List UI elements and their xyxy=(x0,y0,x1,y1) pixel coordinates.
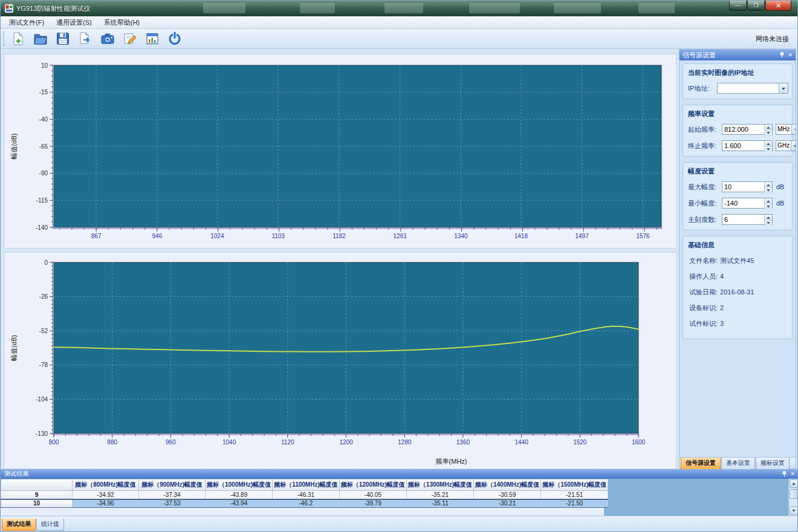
table-cell[interactable]: -43.94 xyxy=(206,499,273,508)
amplitude-group-title: 幅度设置 xyxy=(688,167,788,176)
tab-test-results[interactable]: 测试结果 xyxy=(2,519,36,531)
signal-panel-header: 信号源设置 ✕ xyxy=(680,50,796,60)
new-file-icon xyxy=(11,31,25,46)
menu-general-settings[interactable]: 通用设置(S) xyxy=(50,16,98,29)
spin-up-icon[interactable] xyxy=(765,125,772,131)
scroll-up-icon[interactable] xyxy=(790,479,798,488)
table-cell[interactable]: -46.2 xyxy=(273,499,340,508)
toolbar-grip[interactable] xyxy=(3,31,5,46)
row-number[interactable]: 10 xyxy=(1,499,73,508)
menu-test-file[interactable]: 测试文件(F) xyxy=(3,16,50,29)
edit-report-button[interactable] xyxy=(120,30,140,48)
start-frequency-input[interactable]: 812.000 xyxy=(722,124,773,135)
upper-chart: 10-15-40-65-90-115-140867946102411031182… xyxy=(4,54,677,249)
export-button[interactable] xyxy=(75,30,96,48)
power-button[interactable] xyxy=(164,30,185,48)
table-cell[interactable]: -34.96 xyxy=(73,499,139,508)
table-cell[interactable]: -37.53 xyxy=(139,499,206,508)
tab-basic-settings[interactable]: 基本设置 xyxy=(721,458,755,470)
minimize-button[interactable]: — xyxy=(729,1,747,11)
scrollbar-thumb[interactable] xyxy=(790,489,798,499)
report-window-button[interactable] xyxy=(142,30,163,48)
column-header[interactable]: 频标（900MHz)幅度值 xyxy=(139,479,206,491)
table-cell[interactable]: -35.21 xyxy=(406,491,473,499)
pin-icon[interactable] xyxy=(779,52,785,58)
save-button[interactable] xyxy=(53,30,73,48)
screenshot-button[interactable] xyxy=(97,30,118,48)
open-file-button[interactable] xyxy=(30,30,51,48)
table-cell[interactable]: -40.05 xyxy=(339,491,406,499)
chevron-down-icon[interactable] xyxy=(779,83,788,93)
spin-down-icon[interactable] xyxy=(765,188,772,193)
table-cell[interactable]: -37.34 xyxy=(139,491,206,499)
row-number[interactable]: 9 xyxy=(1,491,73,499)
scroll-down-icon[interactable] xyxy=(790,507,798,515)
table-cell[interactable]: -21.50 xyxy=(541,499,608,508)
tab-marker-settings[interactable]: 频标设置 xyxy=(756,458,790,470)
spin-down-icon[interactable] xyxy=(765,131,772,136)
svg-text:1600: 1600 xyxy=(632,439,646,446)
new-file-button[interactable] xyxy=(8,30,28,48)
table-cell[interactable]: -21.51 xyxy=(541,491,608,499)
spin-up-icon[interactable] xyxy=(765,198,772,204)
close-icon[interactable]: ✕ xyxy=(790,471,795,477)
column-header[interactable]: 频标（1400MHz)幅度值 xyxy=(474,479,541,491)
column-header[interactable]: 频标（1000MHz)幅度值 xyxy=(206,479,273,491)
camera-icon xyxy=(100,31,115,46)
spin-up-icon[interactable] xyxy=(765,141,772,147)
min-amplitude-input[interactable]: -140 xyxy=(722,198,773,209)
chevron-down-icon[interactable] xyxy=(791,125,796,134)
spinner-buttons[interactable] xyxy=(764,215,772,224)
close-button[interactable]: ✕ xyxy=(765,1,791,11)
tab-signal-source-settings[interactable]: 信号源设置 xyxy=(681,458,721,470)
svg-text:1261: 1261 xyxy=(394,233,407,239)
spin-down-icon[interactable] xyxy=(765,204,772,210)
svg-text:-26: -26 xyxy=(39,293,48,300)
spin-up-icon[interactable] xyxy=(765,215,772,221)
column-header[interactable]: 频标（1300MHz)幅度值 xyxy=(406,479,473,491)
max-amplitude-unit: dB xyxy=(776,183,784,190)
table-cell[interactable]: -39.79 xyxy=(339,499,406,508)
title-bar[interactable]: YG913防辐射性能测试仪 — ❐ ✕ xyxy=(1,1,797,16)
table-row[interactable]: 9-34.92-37.34-43.89-46.31-40.05-35.21-30… xyxy=(1,491,608,499)
spin-up-icon[interactable] xyxy=(765,182,772,188)
stop-frequency-unit-select[interactable]: GHz xyxy=(776,140,796,151)
max-amplitude-input[interactable]: 10 xyxy=(722,181,773,192)
spinner-buttons[interactable] xyxy=(764,125,772,134)
menu-system-help[interactable]: 系统帮助(H) xyxy=(98,16,146,29)
start-frequency-value: 812.000 xyxy=(722,125,764,134)
table-row[interactable]: 10-34.96-37.53-43.94-46.2-39.79-35.11-30… xyxy=(1,499,608,508)
column-header[interactable]: 频标（1500MHz)幅度值 xyxy=(541,479,608,491)
close-icon[interactable]: ✕ xyxy=(788,52,793,58)
spinner-buttons[interactable] xyxy=(764,198,772,208)
table-cell[interactable]: -34.92 xyxy=(73,491,139,499)
svg-text:1497: 1497 xyxy=(576,233,589,239)
table-cell[interactable]: -30.21 xyxy=(474,499,541,508)
ip-address-select[interactable] xyxy=(717,83,788,94)
spinner-buttons[interactable] xyxy=(764,141,772,151)
column-header[interactable]: 频标（800MHz)幅度值 xyxy=(73,479,139,491)
svg-text:-15: -15 xyxy=(39,89,48,96)
pin-icon[interactable] xyxy=(782,471,787,477)
svg-text:880: 880 xyxy=(107,439,117,446)
results-scrollbar[interactable] xyxy=(788,479,798,516)
start-frequency-unit-select[interactable]: MHz xyxy=(776,124,796,135)
stop-frequency-input[interactable]: 1.600 xyxy=(722,140,773,151)
table-cell[interactable]: -46.31 xyxy=(273,491,340,499)
spin-down-icon[interactable] xyxy=(765,147,772,152)
table-cell[interactable]: -35.11 xyxy=(406,499,473,508)
chevron-down-icon[interactable] xyxy=(791,141,796,151)
spin-down-icon[interactable] xyxy=(765,221,772,226)
column-header[interactable]: 频标（1200MHz)幅度值 xyxy=(339,479,406,491)
titlebar-reflection xyxy=(384,3,423,13)
table-cell[interactable]: -30.59 xyxy=(474,491,541,499)
maximize-button[interactable]: ❐ xyxy=(747,1,765,11)
table-cell[interactable]: -43.89 xyxy=(206,491,273,499)
spinner-buttons[interactable] xyxy=(764,182,772,192)
tab-statistics[interactable]: 统计值 xyxy=(36,519,64,531)
test-date-row: 试验日期:2016-08-31 xyxy=(689,288,787,297)
column-header[interactable]: 频标（1100MHz)幅度值 xyxy=(273,479,340,491)
major-ticks-input[interactable]: 6 xyxy=(722,214,773,225)
start-frequency-unit: MHz xyxy=(776,125,791,134)
svg-text:幅值(dB): 幅值(dB) xyxy=(10,134,18,160)
